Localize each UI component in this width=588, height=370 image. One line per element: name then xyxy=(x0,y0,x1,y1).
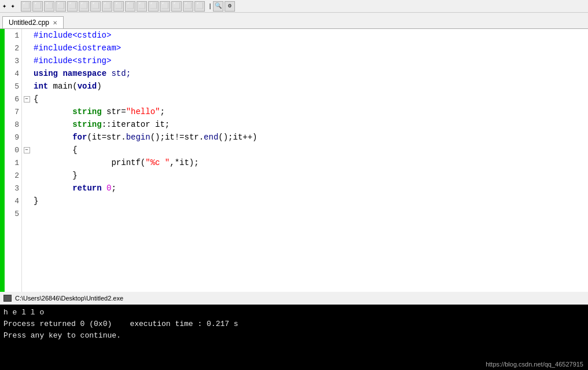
fold-cell-15 xyxy=(22,207,31,220)
toolbar-icon-9[interactable]: ⬜ xyxy=(113,1,124,12)
line-number-7: 7 xyxy=(5,105,21,118)
tab-bar: Untitled2.cpp ✕ xyxy=(0,13,588,29)
toolbar-icon-1[interactable]: ⬜ xyxy=(21,1,31,12)
fold-cell-12 xyxy=(22,169,31,182)
line-numbers: 123456789012345 xyxy=(5,29,22,292)
code-line-6: { xyxy=(34,93,588,105)
code-span: std; xyxy=(111,69,131,78)
code-line-5: int main(void) xyxy=(34,80,588,93)
toolbar-icon-3[interactable]: ⬜ xyxy=(44,1,54,12)
code-span: "%c " xyxy=(145,158,170,167)
code-line-7: string str="hello"; xyxy=(34,105,588,118)
code-span: 0 xyxy=(106,184,111,193)
code-line-11: printf("%c ",*it); xyxy=(34,156,588,169)
editor-container: 123456789012345 −− #include<cstdio>#incl… xyxy=(0,29,588,370)
toolbar-icon-8[interactable]: ⬜ xyxy=(102,1,112,12)
console-line-2: Process returned 0 (0x0) execution time … xyxy=(3,318,585,330)
code-span: ; xyxy=(160,107,164,116)
line-number-11: 1 xyxy=(5,156,21,169)
watermark: https://blog.csdn.net/qq_46527915 xyxy=(486,361,583,368)
code-span: "hello" xyxy=(126,107,160,116)
console-line-1: h e l l o xyxy=(3,307,585,318)
fold-button-6[interactable]: − xyxy=(24,96,30,102)
console-line-3: Press any key to continue. xyxy=(3,330,585,342)
code-span: begin xyxy=(126,133,150,142)
console-window-icon xyxy=(3,295,12,302)
code-span: using xyxy=(34,69,63,78)
code-span xyxy=(34,107,72,116)
line-number-6: 6 xyxy=(5,93,21,105)
code-line-3: #include<string> xyxy=(34,54,588,67)
code-line-9: for(it=str.begin();it!=str.end();it++) xyxy=(34,131,588,144)
toolbar-icon-11[interactable]: ⬜ xyxy=(137,1,147,12)
settings-icon[interactable]: ⚙ xyxy=(225,1,235,12)
code-span: void xyxy=(78,82,97,91)
fold-cell-8 xyxy=(22,118,31,131)
code-span: } xyxy=(34,196,38,206)
line-number-2: 2 xyxy=(5,42,21,54)
code-line-8: string::iterator it; xyxy=(34,118,588,131)
code-line-1: #include<cstdio> xyxy=(34,29,588,42)
line-number-3: 3 xyxy=(5,54,21,67)
line-number-8: 8 xyxy=(5,118,21,131)
line-number-10: 0 xyxy=(5,144,21,156)
toolbar-icon-16[interactable]: ⬜ xyxy=(194,1,205,12)
code-span: ,*it); xyxy=(170,158,199,167)
app-logo: ✦ ✦ xyxy=(2,2,15,10)
toolbar-icon-4[interactable]: ⬜ xyxy=(56,1,66,12)
fold-cell-14 xyxy=(22,195,31,207)
code-line-4: using namespace std; xyxy=(34,67,588,80)
line-number-5: 5 xyxy=(5,80,21,93)
code-content[interactable]: #include<cstdio>#include<iostream>#inclu… xyxy=(31,29,588,292)
toolbar-icon-13[interactable]: ⬜ xyxy=(160,1,170,12)
code-span: ) xyxy=(97,82,101,91)
toolbar-icon-10[interactable]: ⬜ xyxy=(125,1,135,12)
code-span: ();it++) xyxy=(218,133,257,142)
tab-filename: Untitled2.cpp xyxy=(9,19,49,27)
code-span: str= xyxy=(106,107,126,116)
code-span: #include<iostream> xyxy=(34,43,121,53)
fold-cell-2 xyxy=(22,42,31,54)
code-span: #include<string> xyxy=(34,56,111,65)
toolbar-icon-7[interactable]: ⬜ xyxy=(90,1,101,12)
fold-cell-9 xyxy=(22,131,31,144)
fold-cell-13 xyxy=(22,182,31,195)
code-span: string xyxy=(72,107,106,116)
fold-cell-3 xyxy=(22,54,31,67)
toolbar-icon-5[interactable]: ⬜ xyxy=(67,1,78,12)
line-number-12: 2 xyxy=(5,169,21,182)
toolbar-icon-6[interactable]: ⬜ xyxy=(79,1,89,12)
toolbar-icon-2[interactable]: ⬜ xyxy=(32,1,43,12)
fold-cell-5 xyxy=(22,80,31,93)
code-span: string xyxy=(72,120,101,129)
code-span: ::iterator it; xyxy=(102,120,170,129)
code-span: { xyxy=(34,145,78,155)
fold-cell-6[interactable]: − xyxy=(22,93,31,105)
code-span: } xyxy=(34,171,78,180)
toolbar-icon-12[interactable]: ⬜ xyxy=(148,1,159,12)
console-content: h e l l oProcess returned 0 (0x0) execut… xyxy=(0,305,588,370)
code-span: end xyxy=(204,133,218,142)
code-span xyxy=(34,184,72,193)
code-line-15 xyxy=(34,207,588,220)
code-span: #include<cstdio> xyxy=(34,31,111,40)
search-icon[interactable]: 🔍 xyxy=(213,1,223,12)
line-number-13: 3 xyxy=(5,182,21,195)
toolbar-icons: ✦ ✦ ⬜ ⬜ ⬜ ⬜ ⬜ ⬜ ⬜ ⬜ ⬜ ⬜ ⬜ ⬜ ⬜ ⬜ ⬜ ⬜ | 🔍 … xyxy=(2,1,235,12)
fold-cell-4 xyxy=(22,67,31,80)
tab-untitled2[interactable]: Untitled2.cpp ✕ xyxy=(2,16,64,28)
fold-cell-10[interactable]: − xyxy=(22,144,31,156)
code-line-2: #include<iostream> xyxy=(34,42,588,54)
toolbar-separator: | xyxy=(208,3,212,10)
toolbar-icon-15[interactable]: ⬜ xyxy=(183,1,193,12)
code-line-14: } xyxy=(34,195,588,207)
toolbar-icon-14[interactable]: ⬜ xyxy=(171,1,182,12)
fold-column: −− xyxy=(22,29,31,292)
code-line-10: { xyxy=(34,144,588,156)
console-titlebar: C:\Users\26846\Desktop\Untitled2.exe xyxy=(0,292,588,305)
code-area: 123456789012345 −− #include<cstdio>#incl… xyxy=(0,29,588,292)
code-line-13: return 0; xyxy=(34,182,588,195)
fold-button-10[interactable]: − xyxy=(24,147,30,153)
tab-close-button[interactable]: ✕ xyxy=(53,20,57,26)
console-area: C:\Users\26846\Desktop\Untitled2.exe h e… xyxy=(0,292,588,370)
